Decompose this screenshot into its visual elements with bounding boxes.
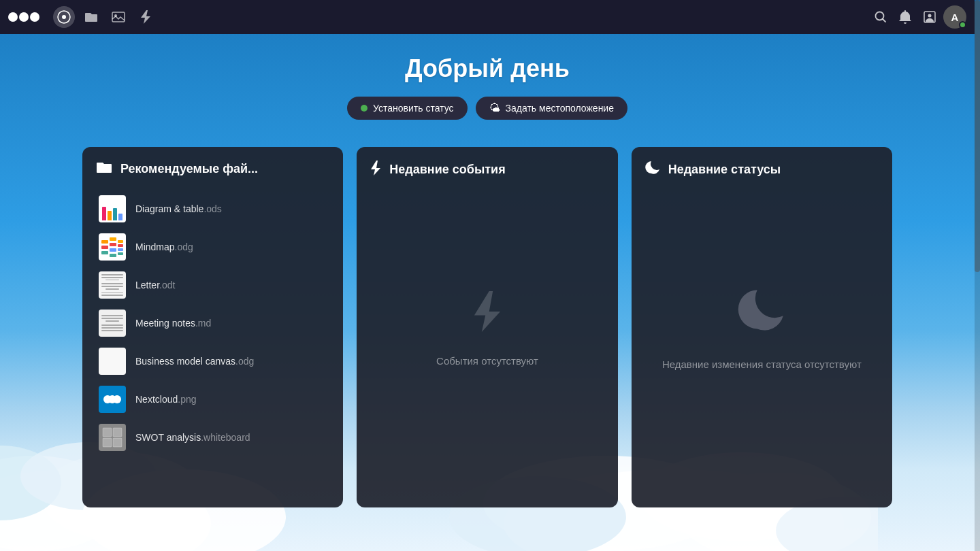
nav-home[interactable] [53,6,75,28]
svg-rect-28 [118,248,123,251]
file-item-meeting[interactable]: Meeting notes.md [96,305,329,341]
file-thumb-letter [99,271,126,299]
file-thumb-meeting [99,310,126,337]
svg-rect-35 [103,438,112,447]
recommended-files-header: Рекомендуемые фай... [96,161,329,178]
bolt-icon [370,161,381,179]
svg-point-32 [113,395,121,403]
svg-point-13 [62,15,66,19]
svg-rect-25 [110,254,116,257]
recent-events-card: Недавние события События отсутствуют [357,147,617,507]
file-name-diagram: Diagram & table.ods [135,203,222,214]
set-location-label: Задать местоположение [506,103,614,114]
scrollbar[interactable] [975,0,980,551]
status-dot-icon [361,105,368,112]
avatar-status-badge [959,21,966,29]
set-location-button[interactable]: 🌤 Задать местоположение [476,97,627,120]
contacts-button[interactable] [919,6,941,28]
recent-events-header: Недавние события [370,161,604,179]
file-item-mindmap[interactable]: Mindmap.odg [96,229,329,265]
svg-rect-27 [118,244,123,247]
file-item-swot[interactable]: SWOT analysis.whiteboard [96,420,329,455]
logo-circle-3 [30,12,39,22]
file-name-swot: SWOT analysis.whiteboard [135,432,250,443]
file-thumb-mindmap [99,233,126,261]
logo-circle-1 [8,12,18,22]
folder-icon [96,161,112,178]
file-item-letter[interactable]: Letter.odt [96,267,329,303]
recommended-files-title: Рекомендуемые фай... [120,162,258,176]
file-thumb-swot [99,424,126,451]
main-content: Добрый день Установить статус 🌤 Задать м… [0,34,975,551]
topbar: A [0,0,975,34]
svg-rect-19 [101,240,108,244]
greeting-title: Добрый день [347,54,627,83]
search-button[interactable] [870,6,892,28]
file-name-meeting: Meeting notes.md [135,318,211,329]
svg-point-18 [928,14,932,18]
scrollbar-thumb[interactable] [975,0,980,272]
recent-statuses-card: Недавние статусы Недавние изменения стат… [632,147,892,507]
events-empty-text: События отсутствуют [436,355,538,367]
set-status-button[interactable]: Установить статус [347,97,468,120]
notifications-button[interactable] [894,6,916,28]
file-thumb-nextcloud [99,386,126,413]
recent-statuses-empty: Недавние изменения статуса отсутствуют [645,193,879,465]
recent-statuses-header: Недавние статусы [645,161,879,179]
recent-events-title: Недавние события [389,163,505,177]
events-empty-icon [467,291,508,341]
sun-icon: 🌤 [489,102,500,114]
svg-rect-36 [113,438,122,447]
svg-rect-22 [110,237,116,241]
recent-events-empty: События отсутствуют [370,193,604,465]
svg-rect-20 [101,246,108,249]
topbar-nav [53,6,867,28]
nav-photos[interactable] [108,6,129,28]
logo[interactable] [8,12,39,22]
svg-rect-23 [110,243,116,246]
moon-icon [645,161,660,179]
svg-rect-24 [110,248,116,252]
greeting-buttons: Установить статус 🌤 Задать местоположени… [347,97,627,120]
nav-files[interactable] [80,6,102,28]
svg-rect-34 [113,428,122,437]
cards-section: Рекомендуемые фай... Diagram & table.ods [69,147,906,507]
svg-rect-26 [118,240,123,243]
file-item-diagram[interactable]: Diagram & table.ods [96,191,329,227]
svg-rect-21 [101,251,108,254]
topbar-right: A [870,5,966,29]
file-item-nextcloud[interactable]: Nextcloud.png [96,382,329,417]
file-thumb-diagram [99,195,126,222]
nav-activity[interactable] [135,6,157,28]
set-status-label: Установить статус [373,103,454,114]
file-item-canvas[interactable]: Business model canvas.odg [96,344,329,379]
statuses-empty-text: Недавние изменения статуса отсутствуют [662,358,862,370]
file-name-mindmap: Mindmap.odg [135,241,193,252]
svg-rect-29 [118,252,123,255]
recent-statuses-title: Недавние статусы [668,163,781,177]
recommended-files-card: Рекомендуемые фай... Diagram & table.ods [82,147,343,507]
file-thumb-canvas [99,348,126,375]
file-name-nextcloud: Nextcloud.png [135,394,197,405]
file-list: Diagram & table.ods [96,191,329,455]
statuses-empty-icon [738,288,785,345]
file-name-canvas: Business model canvas.odg [135,356,254,367]
user-avatar[interactable]: A [943,5,966,29]
logo-circle-2 [19,12,29,22]
file-name-letter: Letter.odt [135,280,175,290]
greeting-section: Добрый день Установить статус 🌤 Задать м… [347,54,627,120]
svg-rect-33 [103,428,112,437]
